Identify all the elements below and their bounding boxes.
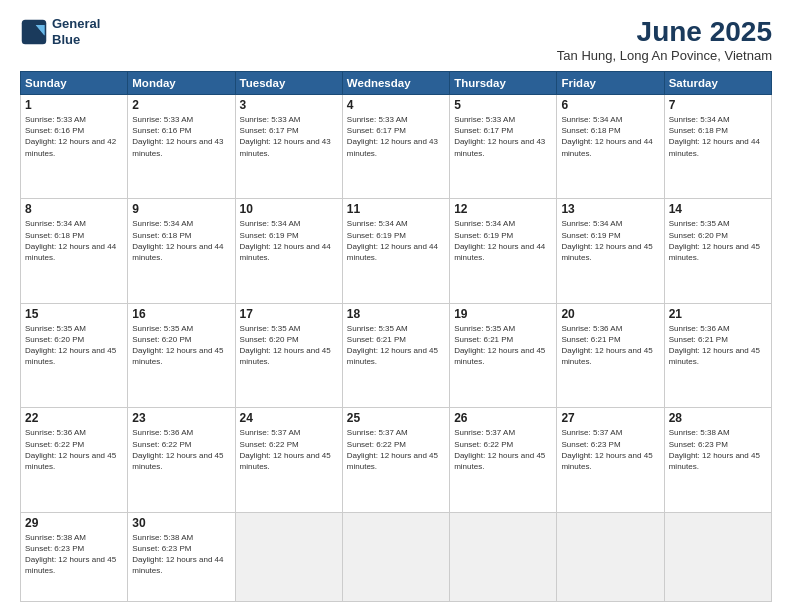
day-info: Sunrise: 5:36 AM Sunset: 6:22 PM Dayligh…	[132, 427, 230, 472]
calendar-cell: 12 Sunrise: 5:34 AM Sunset: 6:19 PM Dayl…	[450, 199, 557, 303]
day-info: Sunrise: 5:38 AM Sunset: 6:23 PM Dayligh…	[669, 427, 767, 472]
day-header-thursday: Thursday	[450, 72, 557, 95]
calendar-cell: 13 Sunrise: 5:34 AM Sunset: 6:19 PM Dayl…	[557, 199, 664, 303]
day-info: Sunrise: 5:34 AM Sunset: 6:19 PM Dayligh…	[561, 218, 659, 263]
calendar-cell: 5 Sunrise: 5:33 AM Sunset: 6:17 PM Dayli…	[450, 95, 557, 199]
calendar-cell: 26 Sunrise: 5:37 AM Sunset: 6:22 PM Dayl…	[450, 408, 557, 512]
calendar-cell	[235, 512, 342, 601]
day-number: 22	[25, 411, 123, 425]
day-info: Sunrise: 5:34 AM Sunset: 6:19 PM Dayligh…	[347, 218, 445, 263]
calendar-cell	[342, 512, 449, 601]
day-number: 28	[669, 411, 767, 425]
day-number: 29	[25, 516, 123, 530]
calendar-cell: 4 Sunrise: 5:33 AM Sunset: 6:17 PM Dayli…	[342, 95, 449, 199]
calendar: SundayMondayTuesdayWednesdayThursdayFrid…	[20, 71, 772, 602]
calendar-cell: 25 Sunrise: 5:37 AM Sunset: 6:22 PM Dayl…	[342, 408, 449, 512]
day-number: 4	[347, 98, 445, 112]
calendar-cell: 28 Sunrise: 5:38 AM Sunset: 6:23 PM Dayl…	[664, 408, 771, 512]
day-info: Sunrise: 5:37 AM Sunset: 6:22 PM Dayligh…	[347, 427, 445, 472]
calendar-cell: 3 Sunrise: 5:33 AM Sunset: 6:17 PM Dayli…	[235, 95, 342, 199]
logo-icon	[20, 18, 48, 46]
day-number: 17	[240, 307, 338, 321]
calendar-cell: 20 Sunrise: 5:36 AM Sunset: 6:21 PM Dayl…	[557, 303, 664, 407]
day-number: 15	[25, 307, 123, 321]
calendar-cell: 9 Sunrise: 5:34 AM Sunset: 6:18 PM Dayli…	[128, 199, 235, 303]
day-info: Sunrise: 5:37 AM Sunset: 6:22 PM Dayligh…	[240, 427, 338, 472]
day-info: Sunrise: 5:35 AM Sunset: 6:21 PM Dayligh…	[347, 323, 445, 368]
calendar-cell: 15 Sunrise: 5:35 AM Sunset: 6:20 PM Dayl…	[21, 303, 128, 407]
day-number: 1	[25, 98, 123, 112]
calendar-cell: 6 Sunrise: 5:34 AM Sunset: 6:18 PM Dayli…	[557, 95, 664, 199]
calendar-cell: 1 Sunrise: 5:33 AM Sunset: 6:16 PM Dayli…	[21, 95, 128, 199]
day-info: Sunrise: 5:38 AM Sunset: 6:23 PM Dayligh…	[132, 532, 230, 577]
calendar-cell	[450, 512, 557, 601]
day-number: 10	[240, 202, 338, 216]
day-number: 12	[454, 202, 552, 216]
day-info: Sunrise: 5:34 AM Sunset: 6:18 PM Dayligh…	[669, 114, 767, 159]
day-header-monday: Monday	[128, 72, 235, 95]
day-info: Sunrise: 5:33 AM Sunset: 6:16 PM Dayligh…	[25, 114, 123, 159]
calendar-cell: 7 Sunrise: 5:34 AM Sunset: 6:18 PM Dayli…	[664, 95, 771, 199]
day-info: Sunrise: 5:36 AM Sunset: 6:21 PM Dayligh…	[669, 323, 767, 368]
month-title: June 2025	[557, 16, 772, 48]
logo-text: General Blue	[52, 16, 100, 47]
day-number: 24	[240, 411, 338, 425]
day-info: Sunrise: 5:38 AM Sunset: 6:23 PM Dayligh…	[25, 532, 123, 577]
day-info: Sunrise: 5:37 AM Sunset: 6:23 PM Dayligh…	[561, 427, 659, 472]
day-number: 8	[25, 202, 123, 216]
day-number: 20	[561, 307, 659, 321]
calendar-cell: 27 Sunrise: 5:37 AM Sunset: 6:23 PM Dayl…	[557, 408, 664, 512]
day-number: 6	[561, 98, 659, 112]
day-info: Sunrise: 5:35 AM Sunset: 6:20 PM Dayligh…	[25, 323, 123, 368]
day-number: 27	[561, 411, 659, 425]
day-info: Sunrise: 5:34 AM Sunset: 6:18 PM Dayligh…	[561, 114, 659, 159]
title-block: June 2025 Tan Hung, Long An Povince, Vie…	[557, 16, 772, 63]
day-number: 11	[347, 202, 445, 216]
day-info: Sunrise: 5:35 AM Sunset: 6:20 PM Dayligh…	[669, 218, 767, 263]
day-info: Sunrise: 5:36 AM Sunset: 6:22 PM Dayligh…	[25, 427, 123, 472]
day-info: Sunrise: 5:34 AM Sunset: 6:18 PM Dayligh…	[132, 218, 230, 263]
calendar-cell: 17 Sunrise: 5:35 AM Sunset: 6:20 PM Dayl…	[235, 303, 342, 407]
calendar-cell: 18 Sunrise: 5:35 AM Sunset: 6:21 PM Dayl…	[342, 303, 449, 407]
day-header-tuesday: Tuesday	[235, 72, 342, 95]
day-header-friday: Friday	[557, 72, 664, 95]
day-header-sunday: Sunday	[21, 72, 128, 95]
calendar-cell: 11 Sunrise: 5:34 AM Sunset: 6:19 PM Dayl…	[342, 199, 449, 303]
day-number: 26	[454, 411, 552, 425]
calendar-cell	[664, 512, 771, 601]
day-info: Sunrise: 5:34 AM Sunset: 6:19 PM Dayligh…	[240, 218, 338, 263]
day-info: Sunrise: 5:33 AM Sunset: 6:17 PM Dayligh…	[454, 114, 552, 159]
day-info: Sunrise: 5:33 AM Sunset: 6:17 PM Dayligh…	[347, 114, 445, 159]
day-info: Sunrise: 5:37 AM Sunset: 6:22 PM Dayligh…	[454, 427, 552, 472]
calendar-cell: 16 Sunrise: 5:35 AM Sunset: 6:20 PM Dayl…	[128, 303, 235, 407]
day-info: Sunrise: 5:34 AM Sunset: 6:18 PM Dayligh…	[25, 218, 123, 263]
day-header-saturday: Saturday	[664, 72, 771, 95]
day-info: Sunrise: 5:33 AM Sunset: 6:17 PM Dayligh…	[240, 114, 338, 159]
calendar-cell: 19 Sunrise: 5:35 AM Sunset: 6:21 PM Dayl…	[450, 303, 557, 407]
calendar-cell: 23 Sunrise: 5:36 AM Sunset: 6:22 PM Dayl…	[128, 408, 235, 512]
day-number: 7	[669, 98, 767, 112]
calendar-cell: 10 Sunrise: 5:34 AM Sunset: 6:19 PM Dayl…	[235, 199, 342, 303]
day-info: Sunrise: 5:35 AM Sunset: 6:20 PM Dayligh…	[240, 323, 338, 368]
day-info: Sunrise: 5:35 AM Sunset: 6:20 PM Dayligh…	[132, 323, 230, 368]
day-header-wednesday: Wednesday	[342, 72, 449, 95]
calendar-cell: 24 Sunrise: 5:37 AM Sunset: 6:22 PM Dayl…	[235, 408, 342, 512]
day-number: 9	[132, 202, 230, 216]
day-info: Sunrise: 5:34 AM Sunset: 6:19 PM Dayligh…	[454, 218, 552, 263]
calendar-cell: 21 Sunrise: 5:36 AM Sunset: 6:21 PM Dayl…	[664, 303, 771, 407]
day-number: 19	[454, 307, 552, 321]
day-info: Sunrise: 5:36 AM Sunset: 6:21 PM Dayligh…	[561, 323, 659, 368]
day-number: 2	[132, 98, 230, 112]
calendar-cell: 8 Sunrise: 5:34 AM Sunset: 6:18 PM Dayli…	[21, 199, 128, 303]
logo: General Blue	[20, 16, 100, 47]
day-number: 5	[454, 98, 552, 112]
day-number: 16	[132, 307, 230, 321]
day-number: 3	[240, 98, 338, 112]
calendar-cell: 2 Sunrise: 5:33 AM Sunset: 6:16 PM Dayli…	[128, 95, 235, 199]
calendar-cell	[557, 512, 664, 601]
day-number: 21	[669, 307, 767, 321]
day-info: Sunrise: 5:35 AM Sunset: 6:21 PM Dayligh…	[454, 323, 552, 368]
day-number: 14	[669, 202, 767, 216]
day-number: 18	[347, 307, 445, 321]
location: Tan Hung, Long An Povince, Vietnam	[557, 48, 772, 63]
